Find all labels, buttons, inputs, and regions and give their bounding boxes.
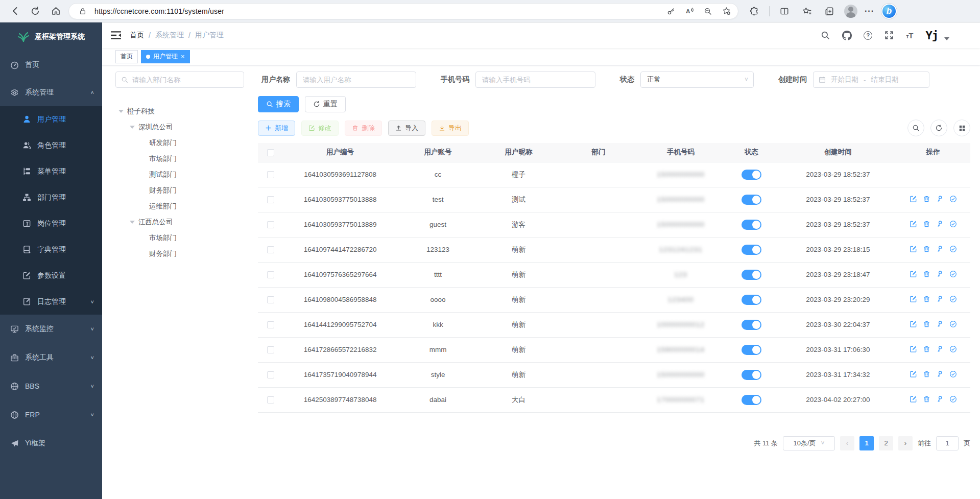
delete-icon[interactable] — [923, 295, 930, 303]
tree-node-branch[interactable]: 深圳总公司 — [115, 119, 244, 135]
select-all-checkbox[interactable] — [267, 149, 274, 156]
delete-icon[interactable] — [923, 195, 930, 203]
assign-role-check-icon[interactable] — [949, 320, 957, 328]
sidebar-fold-icon[interactable] — [110, 30, 122, 40]
row-checkbox[interactable] — [267, 271, 274, 278]
tree-expand-icon[interactable] — [130, 221, 135, 224]
edit-icon[interactable] — [910, 395, 917, 403]
sidebar-item-home[interactable]: 首页 — [0, 51, 102, 79]
sidebar-item-erp[interactable]: ERP ˅ — [0, 400, 102, 429]
status-select[interactable]: 正常 ˅ — [640, 72, 754, 88]
url-text[interactable]: https://ccnetcore.com:1101/system/user — [94, 7, 659, 15]
delete-icon[interactable] — [923, 395, 930, 403]
tab-user-management[interactable]: 用户管理 × — [141, 50, 190, 63]
delete-icon[interactable] — [923, 320, 930, 328]
reset-password-key-icon[interactable] — [936, 220, 944, 228]
tab-home[interactable]: 首页 — [115, 50, 138, 63]
sidebar-item-yi-framework[interactable]: Yi框架 — [0, 429, 102, 458]
sidebar-item-departments[interactable]: 部门管理 — [0, 184, 102, 210]
dept-search-input[interactable] — [132, 76, 238, 84]
edit-icon[interactable] — [910, 245, 917, 253]
tree-expand-icon[interactable] — [130, 126, 135, 129]
tree-node-leaf[interactable]: 研发部门 — [115, 135, 244, 151]
prev-page-button[interactable]: ‹ — [840, 436, 854, 450]
tree-node-leaf[interactable]: 财务部门 — [115, 182, 244, 198]
reset-password-key-icon[interactable] — [936, 370, 944, 378]
phone-input[interactable] — [475, 72, 595, 88]
edit-button[interactable]: 修改 — [301, 121, 339, 136]
date-range-picker[interactable]: 开始日期 - 结束日期 — [813, 72, 929, 88]
help-icon[interactable]: ? — [864, 31, 872, 40]
tree-node-leaf[interactable]: 财务部门 — [115, 246, 244, 262]
refresh-table-button[interactable] — [930, 120, 947, 136]
status-toggle[interactable] — [742, 320, 761, 330]
read-aloud-icon[interactable]: A — [683, 5, 696, 18]
status-toggle[interactable] — [742, 245, 761, 255]
tree-node-leaf[interactable]: 测试部门 — [115, 167, 244, 182]
page-size-select[interactable]: 10条/页 ˅ — [783, 436, 835, 450]
tab-close-icon[interactable]: × — [181, 53, 185, 60]
delete-button[interactable]: 删除 — [345, 121, 382, 136]
copilot-icon[interactable]: b — [881, 4, 897, 19]
add-button[interactable]: 新增 — [258, 121, 295, 136]
status-toggle[interactable] — [742, 370, 761, 380]
reset-button[interactable]: 重置 — [305, 96, 346, 112]
status-toggle[interactable] — [742, 295, 761, 305]
search-button[interactable]: 搜索 — [258, 96, 299, 112]
status-toggle[interactable] — [742, 195, 761, 205]
reset-password-key-icon[interactable] — [936, 295, 944, 303]
status-toggle[interactable] — [742, 345, 761, 355]
user-avatar-logo[interactable]: Yj — [926, 29, 939, 42]
reset-password-key-icon[interactable] — [936, 345, 944, 353]
user-menu-caret-icon[interactable] — [944, 37, 949, 40]
import-button[interactable]: 导入 — [388, 121, 425, 136]
zoom-out-icon[interactable] — [701, 5, 714, 18]
extensions-icon[interactable] — [747, 4, 762, 19]
github-icon[interactable] — [842, 31, 851, 40]
sidebar-item-users[interactable]: 用户管理 — [0, 106, 102, 132]
reset-password-key-icon[interactable] — [936, 195, 944, 203]
sidebar-item-bbs[interactable]: BBS ˅ — [0, 372, 102, 400]
password-key-icon[interactable] — [664, 5, 678, 18]
row-checkbox[interactable] — [267, 171, 274, 178]
edit-icon[interactable] — [910, 320, 917, 328]
home-icon[interactable] — [48, 4, 63, 19]
edit-icon[interactable] — [910, 295, 917, 303]
assign-role-check-icon[interactable] — [949, 270, 957, 278]
assign-role-check-icon[interactable] — [949, 345, 957, 353]
next-page-button[interactable]: › — [898, 436, 913, 450]
tree-node-branch[interactable]: 江西总公司 — [115, 214, 244, 230]
row-checkbox[interactable] — [267, 346, 274, 353]
export-button[interactable]: 导出 — [432, 121, 469, 136]
sidebar-item-params[interactable]: 参数设置 — [0, 263, 102, 289]
show-search-toggle-button[interactable] — [907, 120, 924, 136]
assign-role-check-icon[interactable] — [949, 370, 957, 378]
sidebar-item-monitor[interactable]: 系统监控 ˅ — [0, 315, 102, 343]
browser-profile-avatar[interactable] — [844, 5, 857, 18]
page-2-button[interactable]: 2 — [879, 436, 893, 450]
row-checkbox[interactable] — [267, 296, 274, 303]
delete-icon[interactable] — [923, 345, 930, 353]
sidebar-item-tools[interactable]: 系统工具 ˅ — [0, 343, 102, 372]
status-toggle[interactable] — [742, 170, 761, 180]
assign-role-check-icon[interactable] — [949, 295, 957, 303]
edit-icon[interactable] — [910, 220, 917, 228]
reset-password-key-icon[interactable] — [936, 320, 944, 328]
tree-expand-icon[interactable] — [118, 110, 124, 113]
row-checkbox[interactable] — [267, 371, 274, 378]
status-toggle[interactable] — [742, 270, 761, 280]
assign-role-check-icon[interactable] — [949, 245, 957, 253]
address-bar[interactable]: https://ccnetcore.com:1101/system/user A — [68, 3, 738, 19]
tree-node-root[interactable]: 橙子科技 — [115, 103, 244, 119]
favorites-icon[interactable] — [799, 4, 815, 19]
column-settings-button[interactable] — [953, 120, 970, 136]
sidebar-item-system[interactable]: 系统管理 ˄ — [0, 79, 102, 106]
sidebar-item-posts[interactable]: 岗位管理 — [0, 210, 102, 236]
browser-menu-icon[interactable]: ··· — [865, 7, 874, 16]
row-checkbox[interactable] — [267, 246, 274, 253]
delete-icon[interactable] — [923, 220, 930, 228]
delete-icon[interactable] — [923, 270, 930, 278]
reset-password-key-icon[interactable] — [936, 270, 944, 278]
refresh-icon[interactable] — [28, 4, 43, 19]
delete-icon[interactable] — [923, 245, 930, 253]
